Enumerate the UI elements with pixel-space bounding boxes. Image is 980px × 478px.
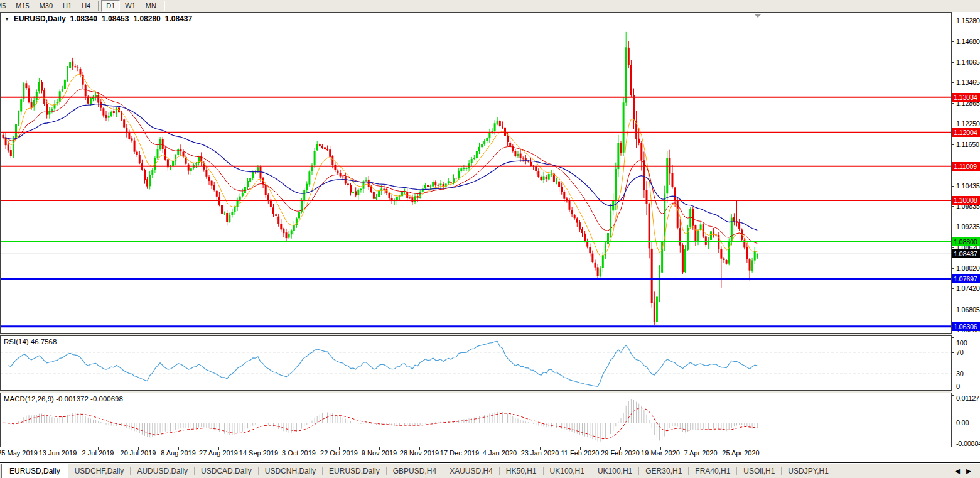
rsi-canvas[interactable] bbox=[1, 336, 951, 390]
price-tick-label: 1.11650 bbox=[956, 141, 979, 148]
price-tick-mark bbox=[952, 288, 954, 289]
timeframe-button-m5[interactable]: M5 bbox=[0, 0, 11, 12]
time-axis-label: 11 Feb 2020 bbox=[561, 449, 600, 457]
time-axis-label: 25 Apr 2020 bbox=[722, 449, 759, 457]
timeframe-button-d1[interactable]: D1 bbox=[101, 0, 120, 12]
chart-tab-hk50-h1[interactable]: HK50,H1 bbox=[500, 465, 543, 477]
chart-tab-uk100-h1[interactable]: UK100,H1 bbox=[591, 465, 638, 477]
main-chart-panel: ▼ EURUSD,Daily 1.08340 1.08453 1.08280 1… bbox=[0, 12, 952, 334]
price-tick-mark bbox=[952, 227, 954, 227]
ohlc-open: 1.08340 bbox=[70, 14, 97, 23]
price-tick-mark bbox=[952, 21, 954, 21]
price-tick-mark bbox=[952, 62, 954, 63]
tab-scroll-left-icon[interactable]: ◂ bbox=[955, 465, 960, 477]
price-tick-mark bbox=[952, 247, 954, 248]
price-tick-mark bbox=[952, 82, 954, 83]
price-tick-mark bbox=[952, 41, 954, 42]
time-axis-label: 28 Nov 2019 bbox=[400, 449, 439, 457]
price-tick-label: 1.13465 bbox=[956, 79, 980, 86]
time-axis-label: 13 Jun 2019 bbox=[39, 449, 77, 457]
price-badge-1.13034: 1.13034 bbox=[952, 93, 980, 102]
price-tick-mark bbox=[952, 144, 954, 145]
price-tick-mark bbox=[952, 124, 954, 124]
timeframe-toolbar: M5M15M30H1H4D1W1MN bbox=[0, 0, 980, 13]
chart-tab-eurusd-daily[interactable]: EURUSD,Daily bbox=[323, 465, 386, 477]
chart-symbol-label: EURUSD,Daily bbox=[14, 14, 66, 23]
time-axis-label: 7 Apr 2020 bbox=[684, 449, 717, 457]
price-badge-1.10008: 1.10008 bbox=[952, 196, 980, 205]
chart-header: ▼ EURUSD,Daily 1.08340 1.08453 1.08280 1… bbox=[4, 14, 192, 23]
rsi-line bbox=[8, 342, 757, 387]
price-tick-label: 1.14680 bbox=[956, 38, 980, 45]
price-tick-label: 1.06805 bbox=[956, 306, 980, 313]
rsi-tick-label: 70 bbox=[956, 349, 964, 356]
chart-tab-usdcnh-daily[interactable]: USDCNH,Daily bbox=[259, 465, 322, 477]
timeframe-button-mn[interactable]: MN bbox=[141, 0, 161, 12]
main-chart-canvas[interactable] bbox=[1, 13, 951, 333]
macd-indicator-panel: MACD(12,26,9) -0.001372 -0.000698 bbox=[0, 393, 952, 447]
price-tick-mark bbox=[952, 268, 954, 269]
macd-canvas[interactable] bbox=[1, 393, 951, 447]
macd-tick-mark bbox=[952, 395, 954, 396]
macd-histogram bbox=[3, 399, 757, 442]
timeframe-button-m15[interactable]: M15 bbox=[11, 0, 34, 12]
chart-tab-gbpusd-h4[interactable]: GBPUSD,H4 bbox=[387, 465, 443, 477]
timeframe-button-h1[interactable]: H1 bbox=[58, 0, 77, 12]
ohlc-close: 1.08437 bbox=[165, 14, 192, 23]
timeframe-button-m30[interactable]: M30 bbox=[35, 0, 58, 12]
timeframe-button-h4[interactable]: H4 bbox=[77, 0, 95, 12]
chart-tab-audusd-daily[interactable]: AUDUSD,Daily bbox=[131, 465, 194, 477]
price-tick-mark bbox=[952, 103, 954, 104]
price-badge-1.08437: 1.08437 bbox=[952, 249, 980, 258]
time-axis[interactable]: 25 May 201913 Jun 20192 Jul 201920 Jul 2… bbox=[0, 447, 980, 462]
macd-tick-mark bbox=[952, 445, 954, 445]
rsi-tick-mark bbox=[952, 389, 954, 389]
time-axis-label: 27 Aug 2019 bbox=[199, 449, 238, 457]
chart-tab-usdchf-daily[interactable]: USDCHF,Daily bbox=[68, 465, 131, 477]
time-axis-label: 19 Mar 2020 bbox=[641, 449, 680, 457]
rsi-indicator-panel: RSI(14) 46.7568 bbox=[0, 335, 952, 391]
price-badge-1.08800: 1.08800 bbox=[952, 237, 980, 246]
price-badge-1.07697: 1.07697 bbox=[952, 274, 980, 283]
time-axis-label: 3 Oct 2019 bbox=[282, 449, 316, 457]
chart-tab-fra40-h1[interactable]: FRA40,H1 bbox=[689, 465, 736, 477]
timeframe-button-w1[interactable]: W1 bbox=[120, 0, 141, 12]
time-axis-label: 9 Nov 2019 bbox=[362, 449, 397, 457]
price-badge-1.06306: 1.06306 bbox=[952, 322, 980, 331]
macd-tick-label: 0.00 bbox=[956, 419, 969, 426]
chart-tab-uk100-h1[interactable]: UK100,H1 bbox=[544, 465, 591, 477]
price-tick-mark bbox=[952, 206, 954, 207]
price-tick-label: 1.09235 bbox=[956, 223, 980, 231]
ohlc-low: 1.08280 bbox=[133, 14, 160, 23]
chart-shift-marker-icon[interactable] bbox=[754, 14, 762, 18]
time-axis-label: 8 Aug 2019 bbox=[161, 449, 196, 457]
price-tick-mark bbox=[952, 310, 954, 310]
chart-tab-bar: EURUSD,DailyUSDCHF,DailyAUDUSD,DailyUSDC… bbox=[0, 462, 980, 478]
time-axis-label: 20 Jul 2019 bbox=[121, 449, 156, 457]
rsi-tick-mark bbox=[952, 337, 954, 338]
tab-scroll-arrows: ◂▸ bbox=[955, 465, 980, 477]
candles bbox=[3, 32, 758, 327]
rsi-tick-label: 0 bbox=[956, 383, 960, 390]
price-badge-1.11009: 1.11009 bbox=[952, 162, 980, 171]
chart-tab-xauusd-h4[interactable]: XAUUSD,H4 bbox=[443, 465, 499, 477]
time-axis-label: 2 Jul 2019 bbox=[82, 449, 114, 457]
chart-tab-usoil-h1[interactable]: USOil,H1 bbox=[737, 465, 781, 477]
chart-tab-ger30-h1[interactable]: GER30,H1 bbox=[639, 465, 688, 477]
mt4-window: M5M15M30H1H4D1W1MN ▼ EURUSD,Daily 1.0834… bbox=[0, 0, 980, 478]
time-axis-label: 25 May 2019 bbox=[0, 449, 38, 457]
time-axis-label: 22 Oct 2019 bbox=[320, 449, 358, 457]
macd-tick-label: 0.011277 bbox=[956, 394, 980, 402]
tab-scroll-right-icon[interactable]: ▸ bbox=[966, 465, 971, 477]
chart-tab-usdjpy-h1[interactable]: USDJPY,H1 bbox=[782, 465, 834, 477]
price-tick-label: 1.08020 bbox=[956, 264, 980, 272]
toolbar-separator bbox=[98, 1, 99, 11]
price-tick-label: 1.10435 bbox=[956, 182, 980, 190]
price-tick-label: 1.07420 bbox=[956, 285, 980, 292]
time-axis-label: 17 Dec 2019 bbox=[440, 449, 479, 457]
chart-dropdown-icon[interactable]: ▼ bbox=[4, 16, 9, 22]
chart-tab-eurusd-daily[interactable]: EURUSD,Daily bbox=[1, 464, 68, 478]
rsi-tick-label: 30 bbox=[956, 370, 964, 378]
price-badge-1.12004: 1.12004 bbox=[952, 128, 980, 137]
chart-tab-usdcad-daily[interactable]: USDCAD,Daily bbox=[195, 465, 258, 477]
